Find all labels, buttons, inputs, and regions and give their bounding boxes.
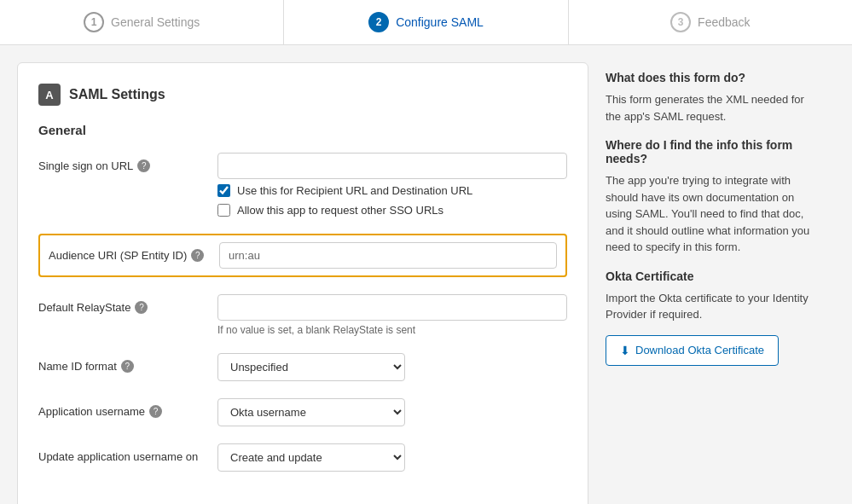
sso-url-help-icon[interactable]: ? [137,159,150,172]
update-label: Update application username on [38,450,198,463]
sso-url-input-col: Use this for Recipient URL and Destinati… [217,153,567,217]
form-help-title: What does this form do? [606,71,818,84]
cert-title: Okta Certificate [606,269,818,283]
name-id-select[interactable]: Unspecified EmailAddress X509SubjectName… [217,353,405,381]
wizard-step-1[interactable]: 1 General Settings [0,0,284,44]
relay-label-col: Default RelayState ? [38,294,209,314]
relay-input[interactable] [217,294,567,321]
panel-badge: A [38,84,61,106]
help-panel: What does this form do? This form genera… [588,62,835,504]
step-circle-3: 3 [670,12,691,32]
relay-label: Default RelayState [38,301,130,314]
download-icon: ⬇ [620,344,630,357]
cert-text: Import the Okta certificate to your Iden… [606,290,818,323]
relay-state-row: Default RelayState ? If no value is set,… [38,294,567,336]
find-info-title: Where do I find the info this form needs… [606,138,818,165]
update-input-col: Create and update Create only [217,443,567,472]
wizard-step-3[interactable]: 3 Feedback [569,0,852,44]
audience-uri-row: Audience URI (SP Entity ID) ? [38,234,567,277]
audience-uri-input[interactable] [219,242,557,269]
relay-hint: If no value is set, a blank RelayState i… [217,324,567,336]
saml-settings-panel: A SAML Settings General Single sign on U… [17,62,588,504]
checkbox-recipient-text: Use this for Recipient URL and Destinati… [237,184,472,197]
update-select[interactable]: Create and update Create only [217,443,405,472]
app-username-select[interactable]: Okta username Email AD SAM Account Name … [217,398,405,426]
wizard-steps: 1 General Settings 2 Configure SAML 3 Fe… [0,0,852,45]
update-label-col: Update application username on [38,443,209,463]
section-title: General [38,123,567,137]
name-id-row: Name ID format ? Unspecified EmailAddres… [38,353,567,381]
checkbox-recipient[interactable] [217,184,230,197]
sso-checkbox-group: Use this for Recipient URL and Destinati… [217,184,567,217]
checkbox-sso-text: Allow this app to request other SSO URLs [237,204,443,217]
app-username-label-col: Application username ? [38,398,209,418]
audience-label: Audience URI (SP Entity ID) ? [49,249,211,262]
download-cert-button[interactable]: ⬇ Download Okta Certificate [606,335,779,366]
step-circle-1: 1 [84,12,104,32]
name-id-help-icon[interactable]: ? [121,360,134,373]
app-username-input-col: Okta username Email AD SAM Account Name … [217,398,567,426]
step-circle-2: 2 [368,12,389,32]
relay-input-col: If no value is set, a blank RelayState i… [217,294,567,336]
update-username-row: Update application username on Create an… [38,443,567,472]
find-info-text: The app you're trying to integrate with … [606,172,818,256]
checkbox-sso[interactable] [217,204,230,217]
sso-url-row: Single sign on URL ? Use this for Recipi… [38,153,567,217]
app-username-row: Application username ? Okta username Ema… [38,398,567,426]
wizard-step-2[interactable]: 2 Configure SAML [284,0,568,44]
name-id-label: Name ID format [38,360,117,373]
name-id-label-col: Name ID format ? [38,353,209,373]
relay-help-icon[interactable]: ? [135,301,148,314]
download-cert-label: Download Okta Certificate [635,344,764,356]
name-id-input-col: Unspecified EmailAddress X509SubjectName… [217,353,567,381]
form-help-text: This form generates the XML needed for t… [606,91,818,125]
sso-url-label-col: Single sign on URL ? [38,153,209,172]
checkbox-recipient-label[interactable]: Use this for Recipient URL and Destinati… [217,184,567,197]
panel-title: SAML Settings [69,87,165,102]
main-layout: A SAML Settings General Single sign on U… [0,45,852,504]
panel-header: A SAML Settings [38,84,567,106]
sso-url-label: Single sign on URL [38,159,133,172]
app-username-help-icon[interactable]: ? [149,405,162,418]
app-username-label: Application username [38,405,145,418]
sso-url-input[interactable] [217,153,567,179]
audience-help-icon[interactable]: ? [191,249,204,262]
checkbox-sso-label[interactable]: Allow this app to request other SSO URLs [217,204,567,217]
